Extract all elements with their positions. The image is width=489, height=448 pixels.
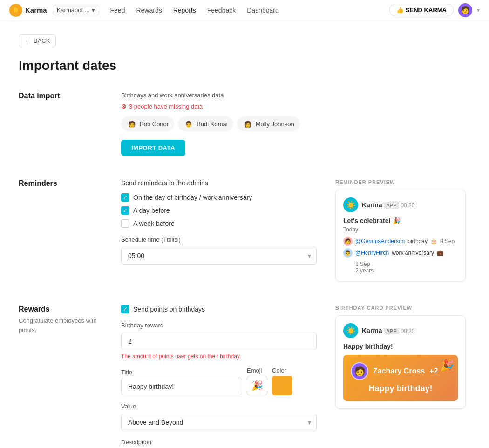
value-label: Value [121,403,317,410]
nav-dashboard[interactable]: Dashboard [247,7,279,14]
main-content: ← BACK Important dates Data import Birth… [0,20,489,448]
rewards-label: Rewards Congratulate employees with poin… [19,305,102,448]
send-points-row: ✓ Send points on birthdays [121,305,317,313]
karma-icon: ☀️ [343,197,358,212]
event-emoji-1: 💼 [437,250,444,256]
reminders-label: Reminders [19,179,102,282]
gemma-name: @GemmaAnderson [355,238,405,244]
reminder-preview-label: REMINDER PREVIEW [335,179,466,185]
budi-name: Budi Komai [197,121,227,128]
workspace-selector[interactable]: Karmabot ... ▾ [53,5,99,15]
birthday-user-row: 🧑 Zachary Cross +2 [351,362,450,380]
send-points-check-icon: ✓ [123,306,128,312]
reminders-content: Send reminders to the admins ✓ On the da… [121,179,317,282]
page-title: Important dates [19,58,470,73]
back-label: BACK [34,37,50,44]
user-avatar[interactable]: 🧑 [458,3,472,17]
reminders-heading: Reminders [19,179,102,188]
birthday-message: Happy birthday! [368,384,432,394]
nav-right: 👍 SEND KARMA 🧑 ▾ [389,3,480,17]
bob-avatar: 🧑 [127,119,137,129]
anniversaries-description: Birthdays and work anniversaries data [121,92,317,99]
birthday-points: +2 [429,367,438,375]
preview-app-badge: APP [384,202,399,209]
birthday-preview-label: BIRTHDAY CARD PREVIEW [335,305,466,311]
reminder-preview-area: REMINDER PREVIEW ☀️ Karma APP 00:20 Let'… [335,179,466,282]
logo-icon: ☀️ [9,4,22,17]
rewards-desc: Congratulate employees with points. [19,316,102,334]
title-emoji-color-row: Title Emoji 🎉 Color [121,367,317,395]
import-data-button[interactable]: IMPORT DATA [121,140,185,156]
birthday-user-name: Zachary Cross [373,367,425,375]
nav-reports[interactable]: Reports [173,7,196,14]
reminders-description: Send reminders to the admins [121,179,317,187]
birthday-app-time: 00:20 [401,328,414,334]
data-import-heading: Data import [19,92,102,100]
checkbox-day-before[interactable]: ✓ [121,206,129,215]
event-date-1-wrapper: 8 Sep [355,260,458,267]
checkbox-week-before[interactable] [121,219,129,228]
value-select[interactable]: Above and Beyond Teamwork Innovation Lea… [121,414,317,431]
reminder-option-2: A week before [121,219,317,228]
reminder-preview-card: ☀️ Karma APP 00:20 Let's celebrate! 🎉 To… [335,190,466,282]
person-chip-bob: 🧑 Bob Conor [121,116,174,131]
check-icon: ✓ [123,194,128,201]
bob-name: Bob Conor [140,121,169,128]
workspace-label: Karmabot ... [57,7,90,14]
warning-text: 3 people have missing data [129,103,203,110]
logo[interactable]: ☀️ Karma [9,4,47,17]
preview-years: 2 years [355,267,458,274]
back-button[interactable]: ← BACK [19,34,56,47]
color-button[interactable] [272,376,292,395]
send-points-label: Send points on birthdays [133,305,205,313]
preview-app-info: Karma APP 00:20 [362,201,414,209]
birthday-preview-card: ☀️ Karma APP 00:20 Happy birthday! 🧑 Zac… [335,315,466,409]
event-date-0: 8 Sep [440,238,455,244]
nav-links: Feed Rewards Reports Feedback Dashboard [110,7,390,14]
preview-event-0: 🧑 @GemmaAnderson birthday 🎂 8 Sep [343,237,458,246]
preview-app-name: Karma [362,201,382,209]
logo-text: Karma [25,6,47,14]
event-type-1: work anniversary [392,250,434,256]
data-import-section: Data import Birthdays and work anniversa… [19,92,470,156]
back-arrow-icon: ← [25,37,31,44]
checkbox-on-day[interactable]: ✓ [121,193,129,202]
user-menu-chevron[interactable]: ▾ [477,7,480,14]
molly-name: Molly Johnson [256,121,294,128]
data-import-label: Data import [19,92,102,156]
time-select[interactable]: 05:00 06:00 07:00 08:00 09:00 10:00 [121,247,317,265]
reminder-option-1: ✓ A day before [121,206,317,215]
schedule-label: Schedule time (Tbilisi) [121,236,317,243]
birthday-reward-input[interactable] [121,333,317,350]
send-karma-button[interactable]: 👍 SEND KARMA [389,4,454,16]
molly-avatar: 👩 [243,119,253,129]
preview-celebrate-text: Let's celebrate! 🎉 [343,217,458,224]
budi-avatar: 👨 [183,119,194,129]
confetti-icon: 🎉 [440,359,454,372]
happy-birthday-preview-text: Happy birthday! [343,343,458,350]
data-import-content: Birthdays and work anniversaries data 3 … [121,92,317,156]
nav-rewards[interactable]: Rewards [136,7,162,14]
reminder-option-0: ✓ On the day of birthday / work annivers… [121,193,317,202]
rewards-content: ✓ Send points on birthdays Birthday rewa… [121,305,317,448]
henry-name: @HenryHirch [355,250,389,256]
reminder-label-1: A day before [133,207,170,214]
person-chip-molly: 👩 Molly Johnson [237,116,300,131]
nav-feedback[interactable]: Feedback [207,7,236,14]
birthday-app-info: Karma APP 00:20 [362,327,414,334]
preview-event-1: 👨 @HenryHirch work anniversary 💼 [343,248,458,258]
navigation: ☀️ Karma Karmabot ... ▾ Feed Rewards Rep… [0,0,489,20]
nav-feed[interactable]: Feed [110,7,125,14]
emoji-button[interactable]: 🎉 [247,376,267,395]
gemma-avatar: 🧑 [343,237,353,246]
checkbox-send-points[interactable]: ✓ [121,305,129,313]
title-input[interactable] [121,378,242,395]
karma-birthday-icon: ☀️ [343,323,358,338]
reminder-options: ✓ On the day of birthday / work annivers… [121,193,317,228]
event-date-1: 8 Sep [355,261,370,267]
birthday-preview-header: ☀️ Karma APP 00:20 [343,323,458,338]
birthday-app-badge: APP [384,328,399,334]
person-chip-budi: 👨 Budi Komai [178,116,233,131]
birthday-card-preview-area: BIRTHDAY CARD PREVIEW ☀️ Karma APP 00:20… [335,305,466,448]
rewards-section: Rewards Congratulate employees with poin… [19,305,470,448]
